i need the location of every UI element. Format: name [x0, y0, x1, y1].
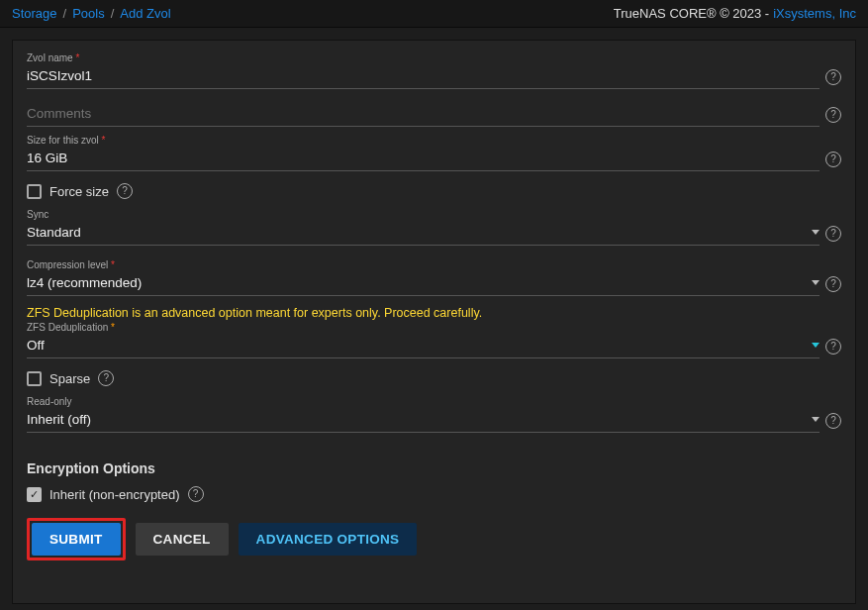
top-bar: Storage / Pools / Add Zvol TrueNAS CORE®… — [0, 0, 868, 28]
dedup-select[interactable]: Off — [27, 335, 820, 358]
comments-input[interactable] — [27, 103, 820, 127]
force-size-checkbox[interactable] — [27, 184, 42, 199]
submit-button[interactable]: SUBMIT — [32, 523, 121, 556]
breadcrumb-sep: / — [63, 6, 67, 21]
size-input[interactable] — [27, 148, 820, 171]
chevron-down-icon — [812, 280, 820, 285]
encryption-section-title: Encryption Options — [27, 460, 841, 476]
help-icon[interactable]: ? — [825, 413, 841, 429]
chevron-down-icon — [812, 230, 820, 235]
help-icon[interactable]: ? — [98, 370, 114, 386]
sparse-checkbox[interactable] — [27, 371, 42, 386]
help-icon[interactable]: ? — [825, 69, 841, 85]
inherit-encryption-checkbox[interactable]: ✓ — [27, 487, 42, 502]
dedup-value: Off — [27, 338, 45, 353]
chevron-down-icon — [812, 417, 820, 422]
readonly-select[interactable]: Inherit (off) — [27, 409, 820, 433]
help-icon[interactable]: ? — [825, 339, 841, 355]
copyright-product: TrueNAS CORE® © 2023 - — [614, 6, 769, 21]
breadcrumb-pools[interactable]: Pools — [72, 6, 105, 21]
sparse-label: Sparse — [49, 371, 90, 386]
button-row: SUBMIT CANCEL ADVANCED OPTIONS — [27, 518, 841, 560]
submit-highlight: SUBMIT — [27, 518, 126, 560]
compression-label: Compression level — [27, 259, 841, 270]
breadcrumb-storage[interactable]: Storage — [12, 6, 57, 21]
help-icon[interactable]: ? — [188, 486, 204, 502]
help-icon[interactable]: ? — [825, 152, 841, 167]
inherit-encryption-label: Inherit (non-encrypted) — [49, 487, 180, 502]
copyright: TrueNAS CORE® © 2023 - iXsystems, Inc — [614, 6, 856, 21]
compression-value: lz4 (recommended) — [27, 275, 142, 290]
breadcrumb: Storage / Pools / Add Zvol — [12, 6, 171, 21]
zvol-name-input[interactable] — [27, 65, 820, 89]
sync-select[interactable]: Standard — [27, 222, 820, 246]
form-panel: Zvol name ? ? Size for this zvol ? F — [12, 40, 856, 604]
force-size-label: Force size — [49, 184, 109, 199]
dedup-warning: ZFS Deduplication is an advanced option … — [27, 306, 841, 320]
help-icon[interactable]: ? — [117, 183, 133, 199]
copyright-vendor-link[interactable]: iXsystems, Inc — [773, 6, 856, 21]
breadcrumb-add-zvol[interactable]: Add Zvol — [120, 6, 170, 21]
chevron-down-icon — [812, 343, 820, 348]
readonly-label: Read-only — [27, 396, 841, 407]
sync-label: Sync — [27, 209, 841, 220]
advanced-options-button[interactable]: ADVANCED OPTIONS — [239, 523, 418, 556]
readonly-value: Inherit (off) — [27, 412, 91, 427]
size-label: Size for this zvol — [27, 135, 841, 146]
zvol-name-label: Zvol name — [27, 52, 841, 63]
compression-select[interactable]: lz4 (recommended) — [27, 272, 820, 296]
dedup-label: ZFS Deduplication — [27, 322, 841, 333]
help-icon[interactable]: ? — [825, 107, 841, 123]
help-icon[interactable]: ? — [825, 276, 841, 292]
breadcrumb-sep: / — [111, 6, 115, 21]
help-icon[interactable]: ? — [825, 226, 841, 242]
sync-value: Standard — [27, 225, 81, 240]
cancel-button[interactable]: CANCEL — [136, 523, 229, 556]
